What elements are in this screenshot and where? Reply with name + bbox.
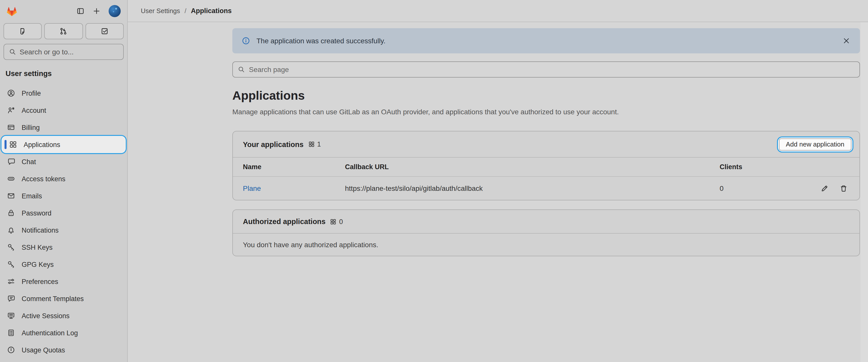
sidebar-item-label: Usage Quotas: [22, 346, 65, 354]
application-name-link[interactable]: Plane: [243, 184, 345, 192]
column-header-clients: Clients: [720, 163, 795, 171]
mail-icon: [7, 192, 15, 200]
merge-request-icon: [60, 27, 68, 35]
sidebar-item-comment-templates[interactable]: Comment Templates: [2, 290, 125, 307]
global-search-box[interactable]: Search or go to...: [3, 44, 124, 60]
account-icon: [7, 106, 15, 114]
authorized-applications-title: Authorized applications: [243, 218, 326, 226]
sidebar-item-label: Preferences: [22, 278, 58, 285]
sidebar-item-label: Access tokens: [22, 175, 65, 183]
page-description: Manage applications that can use GitLab …: [232, 108, 860, 116]
column-header-callback-url: Callback URL: [345, 163, 720, 171]
sessions-icon: [7, 312, 15, 320]
user-icon: [7, 89, 15, 97]
page-search-input[interactable]: [249, 65, 855, 74]
your-applications-count: 1: [308, 140, 321, 148]
application-row: Plane https://plane-test/silo/api/gitlab…: [233, 176, 860, 200]
sidebar-item-label: Applications: [24, 141, 60, 148]
sidebar: Search or go to... User settings Profile…: [0, 0, 128, 362]
page-title: Applications: [232, 88, 860, 104]
sidebar-item-ssh-keys[interactable]: SSH Keys: [2, 239, 125, 255]
add-new-application-button[interactable]: Add new application: [779, 138, 851, 150]
sidebar-item-label: Profile: [22, 89, 41, 97]
column-header-name: Name: [243, 163, 345, 171]
chat-icon: [7, 158, 15, 166]
sidebar-section-title: User settings: [5, 69, 122, 78]
sidebar-item-applications[interactable]: Applications: [2, 136, 125, 152]
delete-application-button[interactable]: [840, 185, 847, 192]
sidebar-item-account[interactable]: Account: [2, 102, 125, 118]
gitlab-logo-icon: [5, 5, 18, 17]
add-application-focus-ring: Add new application: [779, 138, 851, 150]
issues-shortcut-button[interactable]: [3, 23, 42, 39]
todo-shortcut-button[interactable]: [85, 23, 124, 39]
breadcrumb-applications: Applications: [191, 7, 231, 15]
breadcrumb: User Settings / Applications: [141, 7, 231, 15]
sidebar-item-label: Emails: [22, 192, 42, 200]
sidebar-item-label: Password: [22, 209, 52, 217]
main-area: User Settings / Applications The applica…: [128, 0, 868, 362]
application-clients-count: 0: [720, 184, 795, 192]
sidebar-item-preferences[interactable]: Preferences: [2, 273, 125, 289]
alert-close-button[interactable]: [842, 37, 850, 45]
search-icon: [238, 66, 245, 73]
billing-icon: [7, 123, 15, 132]
application-callback-url: https://plane-test/silo/api/gitlab/auth/…: [345, 184, 720, 192]
todo-icon: [100, 27, 108, 35]
gitlab-app: Search or go to... User settings Profile…: [0, 0, 868, 362]
sidebar-header: [0, 0, 127, 22]
issues-icon: [19, 27, 27, 35]
sidebar-item-gpg-keys[interactable]: GPG Keys: [2, 256, 125, 272]
authorized-applications-card: Authorized applications 0 You don't have…: [232, 210, 860, 256]
sidebar-item-authentication-log[interactable]: Authentication Log: [2, 325, 125, 341]
sidebar-toggle-button[interactable]: [76, 7, 85, 15]
create-new-button[interactable]: [93, 7, 100, 15]
page-search-box: [232, 61, 860, 78]
sidebar-shortcut-bar: [0, 22, 127, 39]
sidebar-item-label: Authentication Log: [22, 329, 78, 337]
alert-message: The application was created successfully…: [256, 37, 385, 45]
count-value: 1: [317, 140, 321, 148]
count-value: 0: [339, 218, 343, 225]
top-bar: User Settings / Applications: [128, 0, 868, 22]
sidebar-item-notifications[interactable]: Notifications: [2, 222, 125, 238]
settings-nav: ProfileAccountBillingApplicationsChatAcc…: [0, 82, 127, 358]
scrollbar-gutter[interactable]: [861, 22, 868, 362]
breadcrumb-separator: /: [185, 7, 186, 15]
sidebar-item-password[interactable]: Password: [2, 205, 125, 221]
global-search-placeholder: Search or go to...: [20, 48, 74, 56]
breadcrumb-user-settings[interactable]: User Settings: [141, 7, 180, 15]
gauge-icon: [7, 346, 15, 354]
merge-request-shortcut-button[interactable]: [44, 23, 83, 39]
sidebar-item-label: Chat: [22, 158, 36, 165]
applications-icon: [308, 141, 315, 147]
active-indicator: [4, 140, 6, 149]
sidebar-item-chat[interactable]: Chat: [2, 154, 125, 170]
sidebar-item-label: Comment Templates: [22, 295, 84, 302]
authorized-applications-empty-state: You don't have any authorized applicatio…: [233, 233, 860, 256]
content-scroll-area: The application was created successfully…: [128, 22, 861, 362]
sidebar-item-usage-quotas[interactable]: Usage Quotas: [2, 342, 125, 358]
sidebar-item-label: SSH Keys: [22, 244, 53, 251]
authorized-applications-count: 0: [330, 218, 343, 225]
key-icon: [7, 260, 15, 268]
row-actions: [795, 185, 847, 192]
comment-icon: [7, 295, 15, 303]
applications-table-header: Name Callback URL Clients: [233, 157, 860, 176]
your-applications-card: Your applications 1 Add new application …: [232, 131, 860, 200]
edit-application-button[interactable]: [821, 185, 828, 192]
key-icon: [7, 243, 15, 251]
sidebar-item-active-sessions[interactable]: Active Sessions: [2, 308, 125, 324]
sidebar-item-label: Account: [22, 107, 46, 114]
sidebar-item-access-tokens[interactable]: Access tokens: [2, 171, 125, 187]
sidebar-item-label: Notifications: [22, 226, 59, 234]
sidebar-item-billing[interactable]: Billing: [2, 119, 125, 135]
applications-icon: [330, 218, 337, 225]
sidebar-item-emails[interactable]: Emails: [2, 188, 125, 204]
search-icon: [9, 48, 16, 55]
your-applications-header: Your applications 1 Add new application: [233, 132, 860, 157]
user-avatar[interactable]: [108, 5, 121, 17]
sidebar-item-profile[interactable]: Profile: [2, 85, 125, 101]
sidebar-item-label: Billing: [22, 123, 40, 131]
apps-icon: [9, 140, 17, 148]
